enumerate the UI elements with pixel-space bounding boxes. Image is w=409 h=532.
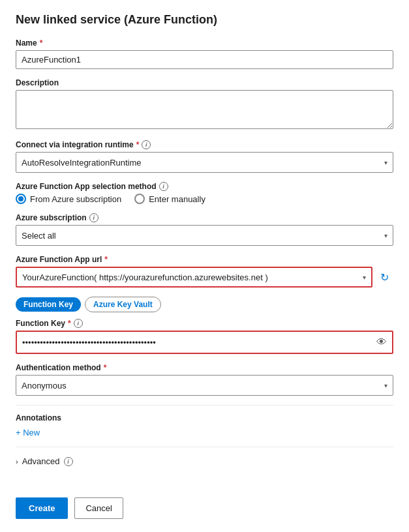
auth-method-group: Authentication method * Anonymous ▾ <box>16 363 393 396</box>
annotations-label: Annotations <box>16 413 393 422</box>
function-app-url-select[interactable]: YourAzureFunction( https://yourazurefunc… <box>16 267 372 288</box>
add-annotation-button[interactable]: + New <box>16 428 40 437</box>
function-key-required-star: * <box>68 319 71 328</box>
function-key-group: Function Key * i 👁 <box>16 319 393 354</box>
name-input[interactable] <box>16 50 393 69</box>
name-required-star: * <box>40 38 43 48</box>
integration-runtime-select[interactable]: AutoResolveIntegrationRuntime ▾ <box>16 152 393 173</box>
annotations-group: Annotations + New <box>16 413 393 437</box>
azure-subscription-select[interactable]: Select all ▾ <box>16 225 393 246</box>
auth-method-select[interactable]: Anonymous ▾ <box>16 375 393 396</box>
radio-from-azure-label: From Azure subscription <box>30 194 121 204</box>
tab-azure-key-vault[interactable]: Azure Key Vault <box>85 297 161 312</box>
panel-title: New linked service (Azure Function) <box>16 13 393 27</box>
function-key-info-icon[interactable]: i <box>74 319 83 328</box>
name-field-group: Name * <box>16 38 393 69</box>
description-label: Description <box>16 78 393 87</box>
advanced-label: Advanced <box>22 456 60 466</box>
auth-method-required-star: * <box>104 363 107 372</box>
integration-runtime-field-group: Connect via integration runtime * i Auto… <box>16 140 393 173</box>
radio-enter-manually-circle <box>134 194 145 204</box>
selection-method-label: Azure Function App selection method i <box>16 182 393 191</box>
ir-info-icon[interactable]: i <box>142 140 151 149</box>
function-app-url-required-star: * <box>104 255 108 264</box>
advanced-chevron-icon: › <box>16 458 18 466</box>
divider-annotations <box>16 405 393 406</box>
name-label: Name * <box>16 38 393 48</box>
function-key-label: Function Key * i <box>16 319 393 328</box>
function-app-url-group: Azure Function App url * YourAzureFuncti… <box>16 255 393 288</box>
auth-method-label: Authentication method * <box>16 363 393 372</box>
footer: Create Cancel <box>16 497 123 519</box>
cancel-button[interactable]: Cancel <box>74 497 123 519</box>
selection-method-radio-group: From Azure subscription Enter manually <box>16 194 393 204</box>
function-app-url-chevron-icon: ▾ <box>363 274 366 281</box>
auth-method-chevron-icon: ▾ <box>384 382 387 389</box>
azure-subscription-group: Azure subscription i Select all ▾ <box>16 213 393 246</box>
integration-runtime-label: Connect via integration runtime * i <box>16 140 393 149</box>
description-input[interactable] <box>16 90 393 129</box>
ir-chevron-icon: ▾ <box>384 159 387 166</box>
function-key-input[interactable] <box>17 334 371 351</box>
azure-subscription-info-icon[interactable]: i <box>89 213 98 222</box>
function-app-url-label: Azure Function App url * <box>16 255 393 264</box>
advanced-info-icon[interactable]: i <box>64 457 73 466</box>
azure-subscription-chevron-icon: ▾ <box>384 232 387 239</box>
description-field-group: Description <box>16 78 393 131</box>
radio-from-azure-circle <box>16 194 26 204</box>
function-key-field-wrapper: 👁 <box>16 331 393 354</box>
create-button[interactable]: Create <box>16 497 68 519</box>
radio-enter-manually[interactable]: Enter manually <box>134 194 205 204</box>
tab-function-key[interactable]: Function Key <box>16 297 81 312</box>
function-app-url-row: YourAzureFunction( https://yourazurefunc… <box>16 267 393 288</box>
selection-method-info-icon[interactable]: i <box>159 182 168 191</box>
azure-subscription-label: Azure subscription i <box>16 213 393 222</box>
divider-advanced <box>16 447 393 447</box>
panel: New linked service (Azure Function) Name… <box>0 0 409 532</box>
radio-enter-manually-label: Enter manually <box>149 194 205 204</box>
radio-from-azure[interactable]: From Azure subscription <box>16 194 121 204</box>
advanced-row[interactable]: › Advanced i <box>16 456 393 466</box>
eye-icon[interactable]: 👁 <box>371 332 392 353</box>
selection-method-group: Azure Function App selection method i Fr… <box>16 182 393 204</box>
refresh-icon[interactable]: ↻ <box>375 267 393 288</box>
key-tab-row: Function Key Azure Key Vault <box>16 297 393 312</box>
ir-required-star: * <box>136 140 140 149</box>
